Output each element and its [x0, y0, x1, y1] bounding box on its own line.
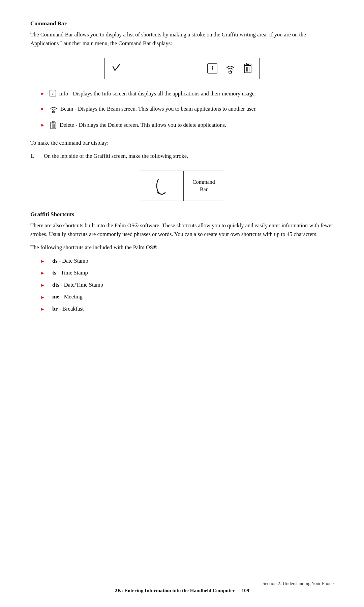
step-number: 1. — [30, 152, 38, 161]
bullet-text-beam: Beam - Displays the Beam screen. This al… — [60, 105, 257, 113]
command-bar-label-line1: Command — [192, 178, 215, 186]
svg-rect-0 — [229, 71, 232, 73]
shortcuts-list: ► ds - Date Stamp ► ts - Time Stamp ► dt… — [40, 257, 334, 313]
shortcut-desc-ts: - Time Stamp — [56, 269, 88, 276]
page-number: 109 — [242, 588, 249, 594]
svg-rect-12 — [52, 121, 54, 122]
shortcut-code-br: br — [52, 306, 58, 312]
shortcut-ds: ► ds - Date Stamp — [40, 257, 334, 265]
svg-text:i: i — [52, 91, 54, 96]
command-bar-icons: i — [207, 63, 252, 74]
steps-list: 1. On the left side of the Graffiti scre… — [30, 152, 334, 161]
command-bar-diagram: i — [104, 58, 260, 79]
shortcut-desc-ds: - Date Stamp — [57, 258, 88, 264]
shortcut-ts: ► ts - Time Stamp — [40, 268, 334, 277]
bullet-text-info: Info - Displays the Info screen that dis… — [59, 89, 256, 98]
info-icon-box: i — [207, 63, 217, 74]
shortcut-arrow-me: ► — [40, 294, 45, 301]
step-text: On the left side of the Graffiti screen,… — [44, 152, 188, 161]
shortcut-arrow-ts: ► — [40, 270, 45, 277]
footer-section-text: Section 2: Understanding Your Phone — [30, 581, 334, 586]
svg-point-17 — [157, 192, 159, 194]
bullet-text-delete: Delete - Displays the Delete screen. Thi… — [60, 121, 226, 129]
stroke-drawing-area — [140, 171, 184, 201]
svg-rect-10 — [52, 111, 55, 113]
bullet-item-info: ► i Info - Displays the Info screen that… — [40, 89, 334, 99]
trash-icon — [243, 63, 252, 74]
feature-bullet-list: ► i Info - Displays the Info screen that… — [40, 89, 334, 133]
shortcut-dts: ► dts - Date/Time Stamp — [40, 281, 334, 289]
bullet-arrow-1: ► — [40, 90, 45, 97]
beam-icon — [225, 63, 236, 74]
shortcut-me: ► me - Meeting — [40, 292, 334, 301]
shortcut-arrow-br: ► — [40, 306, 45, 313]
bullet-item-delete: ► Delete - Displays the Delete screen. T… — [40, 121, 334, 133]
inline-trash-icon — [50, 121, 57, 133]
paragraph-make-command-bar: To make the command bar display: — [30, 139, 334, 147]
checkmark-symbol — [112, 63, 121, 74]
beam-icon-box — [225, 63, 236, 74]
bullet-arrow-2: ► — [40, 106, 45, 112]
shortcut-code-ds: ds — [52, 258, 58, 264]
shortcut-desc-me: - Meeting — [59, 293, 83, 300]
step-1: 1. On the left side of the Graffiti scre… — [30, 152, 334, 161]
inline-beam-icon — [50, 105, 58, 116]
page-footer: Section 2: Understanding Your Phone 2K: … — [30, 581, 334, 594]
bullet-item-beam: ► Beam - Displays the Beam screen. This … — [40, 105, 334, 116]
command-bar-label-line2: Bar — [200, 186, 208, 193]
paragraph-graffiti-intro: There are also shortcuts built into the … — [30, 221, 334, 238]
svg-rect-3 — [246, 63, 249, 64]
shortcut-desc-br: - Breakfast — [58, 306, 84, 312]
command-bar-label-box: Command Bar — [184, 171, 224, 201]
stroke-diagram: Command Bar — [131, 171, 233, 201]
shortcut-arrow-ds: ► — [40, 258, 45, 265]
paragraph-shortcuts-included: The following shortcuts are included wit… — [30, 243, 334, 252]
shortcut-code-dts: dts — [52, 282, 59, 288]
shortcut-arrow-dts: ► — [40, 282, 45, 289]
footer-bold-text: 2K: Entering Information into the Handhe… — [115, 588, 235, 594]
info-icon: i — [207, 63, 217, 74]
paragraph-command-bar-intro: The Command Bar allows you to display a … — [30, 30, 334, 48]
bullet-arrow-3: ► — [40, 122, 45, 128]
heading-command-bar: Command Bar — [30, 20, 334, 27]
page-content: Command Bar The Command Bar allows you t… — [30, 20, 334, 313]
trash-icon-box — [243, 63, 252, 74]
shortcut-desc-dts: - Date/Time Stamp — [59, 282, 103, 288]
shortcut-code-ts: ts — [52, 269, 56, 276]
heading-graffiti-shortcuts: Graffiti Shortcuts — [30, 211, 334, 218]
inline-info-icon: i — [50, 90, 56, 99]
shortcut-code-me: me — [52, 293, 59, 300]
shortcut-br: ► br - Breakfast — [40, 305, 334, 313]
